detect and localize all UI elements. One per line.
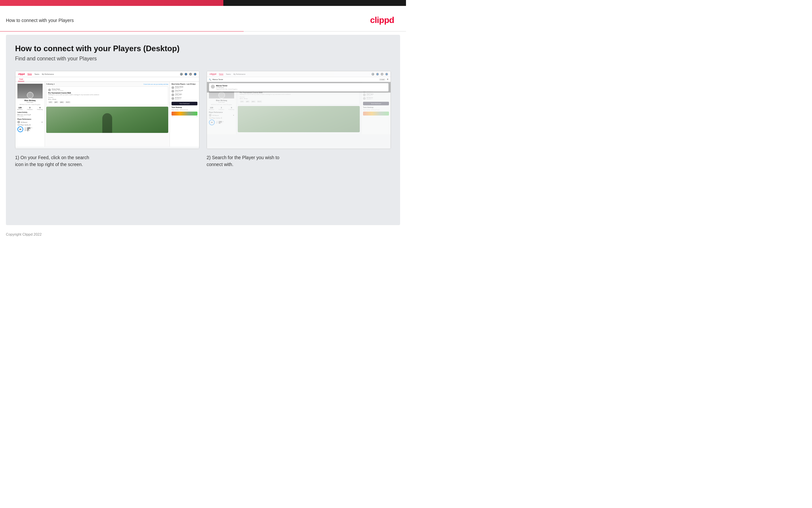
mini-nav-teams-2[interactable]: Teams (226, 73, 231, 75)
mini-latest-label: Latest Activity (17, 112, 43, 113)
mini-nav-2: clippd Home Teams My Performance 🔍 👤 ⚙ 👤 (207, 71, 391, 77)
mini-nav-performance-2[interactable]: My Performance (234, 73, 246, 75)
copyright-text: Copyright Clippd 2022 (6, 232, 42, 236)
mini-player-richard: Richard Butler Activities: 7 (172, 86, 197, 89)
mini-dropdown-chevron[interactable]: ▾ (42, 121, 43, 123)
mini-profile-club-2: Mill Ride Golf Club, United Kingdom (209, 104, 234, 105)
user-icon-mini-2[interactable]: 👤 (376, 73, 379, 76)
mini-stats-2: 129 Activities 3 Followers 4 (209, 107, 234, 110)
mini-player-hiral-2: Hiral Fujara Activities: 3 (363, 93, 389, 96)
user-icon-mini[interactable]: 👤 (185, 73, 187, 76)
mini-golfer-silhouette (102, 113, 112, 133)
mini-tab-feed[interactable]: Feed (18, 77, 24, 81)
mini-search-input[interactable]: Marcus Turner (212, 78, 378, 80)
mini-quality-bars: OTT ████ 79 APP ██ 70 ARG █ 64 (25, 127, 32, 131)
mini-search-result: Marcus Turner 1-5 Handicap Cypress Point… (209, 83, 389, 92)
mini-nav-teams[interactable]: Teams (35, 73, 39, 75)
mini-latest-activity: Afternoon round of golf (17, 114, 43, 116)
mini-player-piers: Piers Parnell Activities: 4 (172, 90, 197, 92)
mini-result-avatar (211, 85, 215, 89)
mini-stat-followers-2: 3 Followers (219, 107, 224, 110)
mini-stat-activities-2: 129 Activities (209, 107, 214, 110)
mini-stat-followers: 3 Followers (27, 107, 33, 110)
mini-player-avatar-bg2 (209, 114, 211, 117)
mini-profile-bg (17, 84, 43, 98)
mini-result-club: Cypress Point Club, United Kingdom (216, 88, 237, 90)
mini-tags-2: OTT APP ARG PUTT (240, 100, 358, 103)
mini-search-bar: 🔍 Marcus Turner CLEAR ✕ (207, 77, 391, 82)
panel-1-caption: 1) On your Feed, click on the search ico… (15, 154, 199, 168)
mini-activity-user-row: Richard Butler Yesterday · The Grove (48, 88, 166, 91)
mini-search-close-btn[interactable]: ✕ (387, 78, 389, 81)
main-content-area: How to connect with your Players (Deskto… (6, 35, 400, 225)
mini-chevron-2: ▾ (233, 114, 234, 116)
mini-body-1: Blair McHarg Golf Coach Mill Ride Golf C… (15, 82, 199, 147)
mini-tag-arg: ARG (59, 101, 64, 103)
mini-latest-date: 27 Jul 2022 (17, 116, 43, 117)
mini-logo: clippd (18, 73, 25, 75)
mini-player-avatar (17, 121, 20, 123)
mini-activity-avatar (48, 89, 51, 91)
mini-nav-home-2[interactable]: Home (219, 73, 223, 75)
mini-search-magnifier: 🔍 (209, 78, 211, 81)
clippd-logo: clippd (370, 15, 394, 25)
mini-nav-home[interactable]: Home (28, 73, 32, 75)
search-overlay: 🔍 Marcus Turner CLEAR ✕ Marcus Turner 1-… (207, 77, 391, 92)
mini-nav-right: 🔍 👤 ⚙ 👤 (180, 73, 196, 76)
mini-nav-performance[interactable]: My Performance (42, 73, 54, 75)
mini-app-1: clippd Home Teams My Performance 🔍 👤 ⚙ 👤 (15, 71, 199, 149)
mini-team-dashboard-btn-2[interactable]: Team Dashboard (363, 102, 389, 105)
top-bar-red-accent (0, 0, 223, 6)
mini-quality-circle-2: 84 (209, 120, 215, 125)
header-divider (0, 31, 406, 32)
mini-player-avatar-3 (172, 93, 174, 96)
mini-player-eli: Eli Vincent Activities: 1 (172, 97, 197, 100)
screenshot-1: clippd Home Teams My Performance 🔍 👤 ⚙ 👤 (15, 71, 199, 149)
mini-duration-label: Duration (48, 96, 166, 98)
mini-profile-role-2: Golf Coach (209, 101, 234, 103)
mini-team-dashboard-btn[interactable]: Team Dashboard (172, 102, 197, 105)
mini-heatmap-2 (363, 112, 389, 116)
mini-player-perf-label: Player Performance (17, 119, 43, 120)
mini-nav-1: clippd Home Teams My Performance 🔍 👤 ⚙ 👤 (15, 71, 199, 77)
search-icon-mini[interactable]: 🔍 (180, 73, 183, 76)
mini-privacy-link[interactable]: Control who can see your activity and da… (144, 83, 168, 85)
mini-player-eli-2: Eli Vincent Activities: 1 (363, 97, 389, 100)
mini-center-col-1: Following ▾ Control who can see your act… (45, 82, 170, 147)
mini-heatmap-label: Team Heatmap (172, 107, 197, 108)
mini-quality-bars-2: OTT ████ 79 APP ██ 70 (216, 121, 224, 124)
mini-following-row: Following ▾ Control who can see your act… (46, 83, 168, 85)
mini-app-2: clippd Home Teams My Performance 🔍 👤 ⚙ 👤 (207, 71, 391, 149)
mini-quality-circle: 84 (17, 126, 23, 132)
settings-icon-mini[interactable]: ⚙ (189, 73, 192, 76)
mini-tag-app: APP (54, 101, 58, 103)
mini-right-col-1: Most Active Players - Last 30 days Richa… (170, 82, 199, 147)
mini-player-perf-row-2: Eli Vincent ▾ (209, 114, 234, 117)
search-icon-mini-2[interactable]: 🔍 (372, 73, 374, 76)
mini-following-label: Following ▾ (46, 83, 55, 85)
panel-1: clippd Home Teams My Performance 🔍 👤 ⚙ 👤 (15, 71, 199, 168)
mini-player-perf-row: Eli Vincent ▾ (17, 121, 43, 123)
mini-golfer-image (46, 107, 168, 133)
page-header: How to connect with your Players clippd (0, 6, 406, 31)
mini-profile-role: Golf Coach (17, 101, 43, 103)
mini-golfer-img-2 (238, 106, 360, 132)
mini-activity-user-info: Richard Butler Yesterday · The Grove (52, 88, 63, 91)
mini-quality-row-2: 84 OTT ████ 79 APP ██ 70 (209, 120, 234, 125)
avatar-icon-mini: 👤 (194, 73, 196, 76)
content-subheading: Find and connect with your Players (15, 56, 391, 62)
avatar-icon-mini-2: 👤 (385, 73, 388, 76)
mini-player-perf-label-2: Player Performance (209, 112, 234, 113)
settings-icon-mini-2[interactable]: ⚙ (381, 73, 383, 76)
mini-tag-ott: OTT (48, 101, 53, 103)
mini-search-clear-btn[interactable]: CLEAR (379, 78, 385, 81)
mini-stat-activities: 129 Activities (17, 107, 22, 110)
panel-2: clippd Home Teams My Performance 🔍 👤 ⚙ 👤 (206, 71, 391, 168)
mini-stats: 129 Activities 3 Followers 4 Following (17, 107, 43, 110)
mini-activity-duration: 02 hr : 00 min (48, 98, 166, 100)
panels-container: clippd Home Teams My Performance 🔍 👤 ⚙ 👤 (15, 71, 391, 168)
top-accent-bar (0, 0, 406, 6)
mini-activity-card: Richard Butler Yesterday · The Grove Pre… (46, 86, 168, 105)
mini-activity-desc: Walking the course with my coach to buil… (48, 94, 166, 95)
mini-most-active-label: Most Active Players - Last 30 days (172, 83, 197, 85)
